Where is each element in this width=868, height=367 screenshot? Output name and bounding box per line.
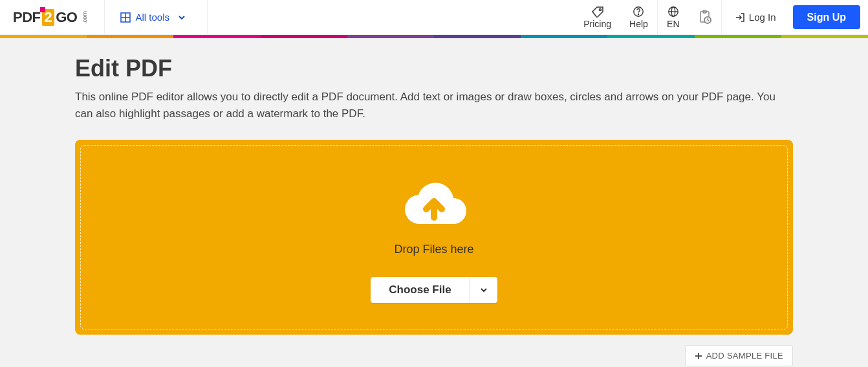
dropzone[interactable]: Drop Files here Choose File: [75, 140, 793, 335]
add-sample-file-button[interactable]: ADD SAMPLE FILE: [685, 345, 793, 366]
language-label: EN: [667, 19, 679, 29]
all-tools-menu[interactable]: All tools: [105, 0, 208, 34]
svg-line-14: [708, 20, 709, 21]
logo-go: GO: [56, 9, 77, 26]
add-sample-label: ADD SAMPLE FILE: [706, 351, 783, 361]
signup-label: Sign Up: [807, 12, 846, 23]
page-title: Edit PDF: [75, 55, 793, 82]
sample-row: ADD SAMPLE FILE: [75, 345, 793, 366]
color-strip: [0, 35, 868, 38]
page-subtitle: This online PDF editor allows you to dir…: [75, 89, 793, 122]
svg-point-3: [599, 8, 601, 10]
logo[interactable]: PDF 2 GO .com: [0, 0, 105, 34]
pricing-label: Pricing: [583, 19, 611, 29]
signup-button[interactable]: Sign Up: [793, 5, 860, 29]
topbar: PDF 2 GO .com All tools Pricing Help EN …: [0, 0, 868, 35]
main-content: Edit PDF This online PDF editor allows y…: [75, 38, 793, 367]
cloud-upload-icon: [398, 182, 470, 234]
login-link[interactable]: Log In: [722, 0, 789, 34]
grid-icon: [120, 12, 131, 23]
chevron-down-icon: [177, 13, 186, 22]
choose-file-group: Choose File: [371, 277, 497, 303]
help-icon: [632, 6, 645, 17]
logo-com: .com: [81, 11, 88, 23]
login-icon: [735, 12, 745, 23]
history-link[interactable]: [689, 0, 721, 34]
login-label: Log In: [749, 12, 776, 23]
pricing-icon: [591, 6, 604, 17]
clipboard-clock-icon: [698, 10, 712, 24]
choose-file-dropdown[interactable]: [470, 277, 497, 303]
pricing-link[interactable]: Pricing: [574, 0, 620, 34]
svg-point-5: [638, 14, 639, 14]
logo-2: 2: [42, 9, 55, 26]
help-label: Help: [629, 19, 648, 29]
choose-file-button[interactable]: Choose File: [371, 277, 470, 303]
dropzone-inner: Drop Files here Choose File: [80, 145, 788, 329]
drop-text: Drop Files here: [394, 243, 473, 256]
language-selector[interactable]: EN: [658, 0, 689, 34]
logo-pdf: PDF: [13, 9, 41, 26]
globe-icon: [667, 6, 680, 17]
all-tools-label: All tools: [136, 12, 170, 23]
chevron-down-icon: [479, 285, 488, 295]
help-link[interactable]: Help: [620, 0, 657, 34]
plus-icon: [695, 352, 702, 360]
spacer: [208, 0, 574, 34]
